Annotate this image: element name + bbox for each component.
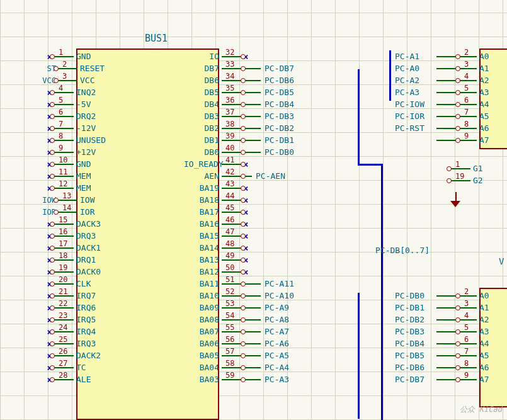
pin-line: 32 <box>222 56 243 57</box>
pin-trail: PC-DB6 <box>261 76 294 85</box>
pin-lead: × <box>27 243 52 253</box>
pin-line: 45 <box>222 212 243 213</box>
net-wire <box>243 379 261 380</box>
pin-name: BA18 <box>181 195 222 205</box>
net-wire <box>436 379 458 380</box>
pin-row-49: BA1349× <box>181 254 370 266</box>
pin-line: 27 <box>52 367 74 368</box>
pin-line: 59 <box>222 379 243 380</box>
pin-line: 5 <box>52 104 74 105</box>
pin-line: 6 <box>52 116 74 117</box>
pin-row-17: ×17DACK1 <box>27 242 128 254</box>
pin-lead: VCC <box>27 76 56 85</box>
pin-name: BA16 <box>181 219 222 229</box>
net-label: PC-A1 <box>391 52 436 61</box>
pin-number: 27 <box>59 359 67 368</box>
u1a-pin-3: PC-A03A1 <box>391 62 507 74</box>
u1b-pin-9: PC-DB79A7 <box>391 373 507 385</box>
pin-number: 8 <box>59 132 63 140</box>
pin-line: 44 <box>222 200 243 201</box>
pin-line: 13 <box>56 200 77 201</box>
pin-name: A1 <box>477 303 492 312</box>
net-label: PC-DB2 <box>391 315 436 324</box>
pin-name: DACK2 <box>74 351 103 360</box>
pin-trail: PC-DB7 <box>261 64 294 73</box>
pin-line: 58 <box>222 367 243 368</box>
pin-line: 6 <box>458 104 477 105</box>
pin-number: 4 <box>464 311 469 320</box>
pin-line: 9 <box>52 152 74 153</box>
pin-name: A5 <box>477 111 492 121</box>
pin-trail: PC-A10 <box>261 291 294 300</box>
pin-number: 45 <box>225 203 234 212</box>
pin-lead: × <box>27 111 52 122</box>
pin-row-56: BA0656PC-A6 <box>181 338 370 349</box>
net-wire <box>243 307 261 309</box>
pin-lead: IOR <box>27 208 56 217</box>
pin-lead: × <box>27 135 52 145</box>
pin-name: GND <box>74 52 93 61</box>
pin-row-26: ×26DACK2 <box>27 349 128 361</box>
net-wire <box>436 331 458 332</box>
pin-row-35: DB535PC-DB5 <box>181 86 370 98</box>
pin-line: 16 <box>52 236 74 237</box>
pin-line: 18 <box>52 259 74 261</box>
bus-pc-db-vert <box>358 69 360 164</box>
pin-name: A2 <box>477 76 492 85</box>
pin-lead: × <box>27 88 52 98</box>
pin-number: 54 <box>225 311 234 320</box>
net-wire <box>436 128 458 129</box>
net-label: PC-RST <box>391 123 436 133</box>
net-label: PC-DB5 <box>391 351 436 360</box>
pin-name: BA19 <box>181 183 222 193</box>
u1b-pin-5: PC-DB35A3 <box>391 326 507 338</box>
pin-row-18: ×18DRQ1 <box>27 254 128 266</box>
pin-line: 38 <box>222 128 243 129</box>
pin-number: 26 <box>59 347 67 356</box>
pin-line: 33 <box>222 68 243 69</box>
pin-trail: PC-A4 <box>261 363 289 372</box>
pin-line: 2 <box>458 295 477 297</box>
u1a-pin-7: PC-IOR7A5 <box>391 110 507 122</box>
pin-name: A6 <box>477 363 492 372</box>
pin-number: 38 <box>225 120 234 128</box>
pin-lead: IOW <box>27 196 56 205</box>
net-wire <box>243 355 261 356</box>
pin-number: 5 <box>464 84 469 93</box>
pin-number: 8 <box>464 359 469 368</box>
pin-line: 23 <box>52 319 74 321</box>
pin-line: 49 <box>222 259 243 261</box>
pin-number: 5 <box>464 323 469 332</box>
pin-row-52: BA1052PC-A10 <box>181 290 370 302</box>
u1a-pin-4: PC-A24A2 <box>391 74 507 86</box>
pin-row-39: DB139PC-DB1 <box>181 134 370 146</box>
pin-row-25: ×25IRQ3 <box>27 338 128 349</box>
net-wire <box>243 68 261 69</box>
pin-name: DRQ2 <box>74 111 98 121</box>
net-wire <box>243 331 261 332</box>
pin-name: ALE <box>74 375 93 384</box>
pin-number: 35 <box>225 84 234 93</box>
pin-name: BA09 <box>181 303 222 312</box>
pin-name: BA11 <box>181 279 222 288</box>
pin-number: 2 <box>464 48 469 57</box>
pin-row-22: ×22IRQ6 <box>27 302 128 314</box>
pin-number: 36 <box>225 96 234 105</box>
pin-trail: PC-AEN <box>252 171 285 181</box>
pin-number: 58 <box>225 359 234 368</box>
pin-line: 48 <box>222 247 243 249</box>
pin-name: A3 <box>477 327 492 336</box>
bus1-refdes: BUS1 <box>145 33 168 44</box>
pin-trail: PC-DB1 <box>261 135 294 145</box>
pin-number: 4 <box>464 72 469 81</box>
net-wire <box>436 68 458 69</box>
pin-number: 7 <box>59 120 63 128</box>
pin-line: 52 <box>222 295 243 297</box>
pin-row-36: DB436PC-DB4 <box>181 98 370 110</box>
pin-lead: × <box>27 303 52 313</box>
pin-line: 21 <box>52 295 74 297</box>
pin-line: 4 <box>458 319 477 321</box>
pin-number: 44 <box>225 191 234 200</box>
pin-number: 53 <box>225 299 234 308</box>
pin-name: BA08 <box>181 315 222 324</box>
